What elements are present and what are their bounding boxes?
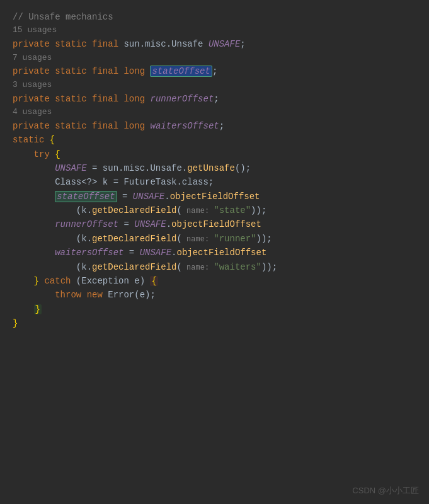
class-assign-line: Class<?> k = FutureTask.class; xyxy=(13,175,416,189)
stateoffset-cont-line: (k.getDeclaredField( name: "state")); xyxy=(13,203,416,217)
try-open: try { xyxy=(13,147,416,161)
usage-3: 3 usages xyxy=(13,79,416,92)
watermark: CSDN @小小工匠 xyxy=(352,485,419,496)
unsafe-assign-line: UNSAFE = sun.misc.Unsafe.getUnsafe(); xyxy=(13,161,416,175)
waitersoffset-field-line: private static final long waitersOffset; xyxy=(13,119,416,133)
runneroffset-field-line: private static final long runnerOffset; xyxy=(13,92,416,106)
waitersoffset-cont-line: (k.getDeclaredField( name: "waiters")); xyxy=(13,260,416,274)
catch-close-line: } xyxy=(13,302,416,316)
stateoffset-assign-line: stateOffset = UNSAFE.objectFieldOffset xyxy=(13,190,416,203)
static-block-open: static { xyxy=(13,133,416,147)
runneroffset-assign-line: runnerOffset = UNSAFE.objectFieldOffset xyxy=(13,217,416,231)
usage-15: 15 usages xyxy=(13,24,416,37)
code-block: // Unsafe mechanics 15 usages private st… xyxy=(0,0,429,341)
static-close-line: } xyxy=(13,316,416,330)
usage-4: 4 usages xyxy=(13,106,416,119)
usage-7: 7 usages xyxy=(13,52,416,65)
waitersoffset-assign-line: waitersOffset = UNSAFE.objectFieldOffset xyxy=(13,246,416,260)
stateoffset-field-line: private static final long stateOffset; xyxy=(13,64,416,78)
unsafe-field-line: private static final sun.misc.Unsafe UNS… xyxy=(13,37,416,51)
runneroffset-cont-line: (k.getDeclaredField( name: "runner")); xyxy=(13,232,416,246)
catch-line: } catch (Exception e) { xyxy=(13,274,416,288)
throw-line: throw new Error(e); xyxy=(13,288,416,302)
comment-line: // Unsafe mechanics xyxy=(13,10,416,24)
